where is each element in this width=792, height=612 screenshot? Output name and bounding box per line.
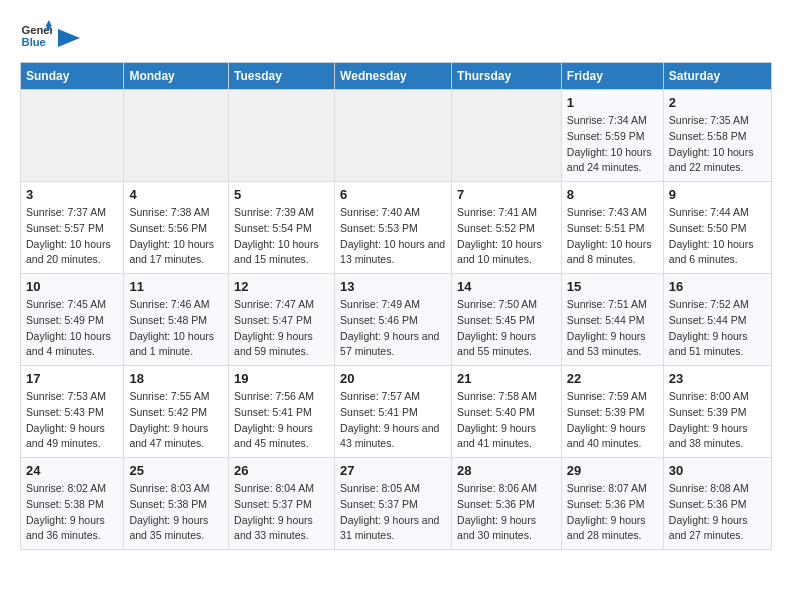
calendar-cell: 24Sunrise: 8:02 AM Sunset: 5:38 PM Dayli… [21, 458, 124, 550]
day-info: Sunrise: 7:37 AM Sunset: 5:57 PM Dayligh… [26, 205, 118, 268]
calendar-week-row: 24Sunrise: 8:02 AM Sunset: 5:38 PM Dayli… [21, 458, 772, 550]
day-info: Sunrise: 8:04 AM Sunset: 5:37 PM Dayligh… [234, 481, 329, 544]
calendar-cell: 27Sunrise: 8:05 AM Sunset: 5:37 PM Dayli… [335, 458, 452, 550]
day-number: 17 [26, 371, 118, 386]
day-info: Sunrise: 8:06 AM Sunset: 5:36 PM Dayligh… [457, 481, 556, 544]
header-wednesday: Wednesday [335, 63, 452, 90]
calendar-cell [21, 90, 124, 182]
header-monday: Monday [124, 63, 229, 90]
calendar-cell: 9Sunrise: 7:44 AM Sunset: 5:50 PM Daylig… [663, 182, 771, 274]
calendar-cell [229, 90, 335, 182]
day-number: 25 [129, 463, 223, 478]
day-number: 2 [669, 95, 766, 110]
day-info: Sunrise: 7:49 AM Sunset: 5:46 PM Dayligh… [340, 297, 446, 360]
day-info: Sunrise: 7:57 AM Sunset: 5:41 PM Dayligh… [340, 389, 446, 452]
calendar-cell: 16Sunrise: 7:52 AM Sunset: 5:44 PM Dayli… [663, 274, 771, 366]
calendar-cell: 8Sunrise: 7:43 AM Sunset: 5:51 PM Daylig… [561, 182, 663, 274]
day-info: Sunrise: 7:44 AM Sunset: 5:50 PM Dayligh… [669, 205, 766, 268]
day-number: 19 [234, 371, 329, 386]
calendar-cell: 22Sunrise: 7:59 AM Sunset: 5:39 PM Dayli… [561, 366, 663, 458]
day-info: Sunrise: 7:46 AM Sunset: 5:48 PM Dayligh… [129, 297, 223, 360]
calendar-cell: 11Sunrise: 7:46 AM Sunset: 5:48 PM Dayli… [124, 274, 229, 366]
day-number: 9 [669, 187, 766, 202]
day-info: Sunrise: 7:38 AM Sunset: 5:56 PM Dayligh… [129, 205, 223, 268]
calendar-cell: 13Sunrise: 7:49 AM Sunset: 5:46 PM Dayli… [335, 274, 452, 366]
day-number: 1 [567, 95, 658, 110]
calendar-header-row: SundayMondayTuesdayWednesdayThursdayFrid… [21, 63, 772, 90]
calendar-week-row: 1Sunrise: 7:34 AM Sunset: 5:59 PM Daylig… [21, 90, 772, 182]
calendar-cell: 7Sunrise: 7:41 AM Sunset: 5:52 PM Daylig… [452, 182, 562, 274]
logo-arrow-icon [58, 29, 80, 47]
day-info: Sunrise: 7:45 AM Sunset: 5:49 PM Dayligh… [26, 297, 118, 360]
calendar-cell [452, 90, 562, 182]
day-number: 7 [457, 187, 556, 202]
day-number: 3 [26, 187, 118, 202]
logo: General Blue [20, 20, 80, 52]
day-number: 5 [234, 187, 329, 202]
day-number: 15 [567, 279, 658, 294]
calendar-cell: 19Sunrise: 7:56 AM Sunset: 5:41 PM Dayli… [229, 366, 335, 458]
day-info: Sunrise: 7:35 AM Sunset: 5:58 PM Dayligh… [669, 113, 766, 176]
calendar-cell: 26Sunrise: 8:04 AM Sunset: 5:37 PM Dayli… [229, 458, 335, 550]
calendar-cell: 17Sunrise: 7:53 AM Sunset: 5:43 PM Dayli… [21, 366, 124, 458]
day-number: 28 [457, 463, 556, 478]
calendar-cell: 15Sunrise: 7:51 AM Sunset: 5:44 PM Dayli… [561, 274, 663, 366]
day-info: Sunrise: 7:59 AM Sunset: 5:39 PM Dayligh… [567, 389, 658, 452]
day-info: Sunrise: 7:52 AM Sunset: 5:44 PM Dayligh… [669, 297, 766, 360]
day-info: Sunrise: 7:51 AM Sunset: 5:44 PM Dayligh… [567, 297, 658, 360]
day-number: 22 [567, 371, 658, 386]
logo-icon: General Blue [20, 20, 52, 52]
day-number: 16 [669, 279, 766, 294]
calendar-cell [124, 90, 229, 182]
calendar-week-row: 3Sunrise: 7:37 AM Sunset: 5:57 PM Daylig… [21, 182, 772, 274]
day-info: Sunrise: 8:02 AM Sunset: 5:38 PM Dayligh… [26, 481, 118, 544]
day-number: 27 [340, 463, 446, 478]
header-saturday: Saturday [663, 63, 771, 90]
day-info: Sunrise: 7:43 AM Sunset: 5:51 PM Dayligh… [567, 205, 658, 268]
calendar-week-row: 17Sunrise: 7:53 AM Sunset: 5:43 PM Dayli… [21, 366, 772, 458]
calendar-cell: 6Sunrise: 7:40 AM Sunset: 5:53 PM Daylig… [335, 182, 452, 274]
day-info: Sunrise: 7:39 AM Sunset: 5:54 PM Dayligh… [234, 205, 329, 268]
svg-marker-4 [58, 29, 80, 47]
svg-text:Blue: Blue [22, 36, 46, 48]
header-thursday: Thursday [452, 63, 562, 90]
day-number: 14 [457, 279, 556, 294]
day-info: Sunrise: 8:07 AM Sunset: 5:36 PM Dayligh… [567, 481, 658, 544]
day-info: Sunrise: 7:47 AM Sunset: 5:47 PM Dayligh… [234, 297, 329, 360]
day-number: 24 [26, 463, 118, 478]
day-number: 6 [340, 187, 446, 202]
calendar-cell: 21Sunrise: 7:58 AM Sunset: 5:40 PM Dayli… [452, 366, 562, 458]
day-info: Sunrise: 8:05 AM Sunset: 5:37 PM Dayligh… [340, 481, 446, 544]
day-number: 26 [234, 463, 329, 478]
day-number: 13 [340, 279, 446, 294]
calendar-cell: 2Sunrise: 7:35 AM Sunset: 5:58 PM Daylig… [663, 90, 771, 182]
calendar-cell: 28Sunrise: 8:06 AM Sunset: 5:36 PM Dayli… [452, 458, 562, 550]
calendar-cell: 23Sunrise: 8:00 AM Sunset: 5:39 PM Dayli… [663, 366, 771, 458]
day-number: 10 [26, 279, 118, 294]
calendar-cell: 4Sunrise: 7:38 AM Sunset: 5:56 PM Daylig… [124, 182, 229, 274]
calendar-table: SundayMondayTuesdayWednesdayThursdayFrid… [20, 62, 772, 550]
day-number: 18 [129, 371, 223, 386]
calendar-cell: 5Sunrise: 7:39 AM Sunset: 5:54 PM Daylig… [229, 182, 335, 274]
day-number: 11 [129, 279, 223, 294]
header-sunday: Sunday [21, 63, 124, 90]
page-header: General Blue [20, 20, 772, 52]
day-number: 20 [340, 371, 446, 386]
day-info: Sunrise: 8:08 AM Sunset: 5:36 PM Dayligh… [669, 481, 766, 544]
header-friday: Friday [561, 63, 663, 90]
header-tuesday: Tuesday [229, 63, 335, 90]
day-info: Sunrise: 7:58 AM Sunset: 5:40 PM Dayligh… [457, 389, 556, 452]
day-info: Sunrise: 7:56 AM Sunset: 5:41 PM Dayligh… [234, 389, 329, 452]
day-info: Sunrise: 7:41 AM Sunset: 5:52 PM Dayligh… [457, 205, 556, 268]
day-info: Sunrise: 8:03 AM Sunset: 5:38 PM Dayligh… [129, 481, 223, 544]
day-number: 23 [669, 371, 766, 386]
calendar-cell: 25Sunrise: 8:03 AM Sunset: 5:38 PM Dayli… [124, 458, 229, 550]
day-number: 8 [567, 187, 658, 202]
calendar-cell: 14Sunrise: 7:50 AM Sunset: 5:45 PM Dayli… [452, 274, 562, 366]
day-number: 12 [234, 279, 329, 294]
day-number: 30 [669, 463, 766, 478]
calendar-cell [335, 90, 452, 182]
day-info: Sunrise: 7:40 AM Sunset: 5:53 PM Dayligh… [340, 205, 446, 268]
calendar-cell: 18Sunrise: 7:55 AM Sunset: 5:42 PM Dayli… [124, 366, 229, 458]
calendar-cell: 3Sunrise: 7:37 AM Sunset: 5:57 PM Daylig… [21, 182, 124, 274]
